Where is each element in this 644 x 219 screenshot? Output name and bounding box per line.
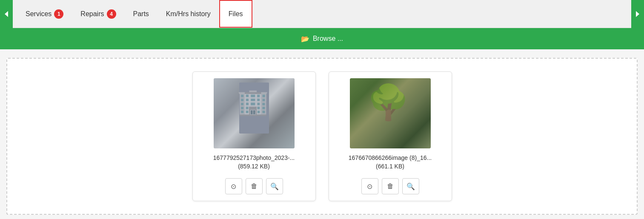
- download-button-2[interactable]: ⊙: [361, 178, 378, 194]
- tab-km-hrs[interactable]: Km/Hrs history: [157, 0, 219, 28]
- file-image-1: [214, 78, 295, 148]
- tab-parts-label: Parts: [133, 10, 149, 18]
- file-image-2: [350, 78, 431, 148]
- download-icon-2: ⊙: [367, 182, 372, 191]
- file-actions-1: ⊙ 🗑 🔍: [225, 178, 283, 194]
- tab-services[interactable]: Services 1: [17, 0, 72, 28]
- tab-files[interactable]: Files: [219, 0, 252, 28]
- file-card-2: 1676670866266image (8)_16... (661.1 KB) …: [329, 71, 452, 201]
- tab-parts[interactable]: Parts: [125, 0, 157, 28]
- tab-km-hrs-label: Km/Hrs history: [166, 10, 211, 18]
- tab-repairs-label: Repairs: [80, 10, 104, 18]
- file-name-2: 1676670866266image (8)_16...: [349, 154, 432, 161]
- file-actions-2: ⊙ 🗑 🔍: [361, 178, 419, 194]
- trash-icon-2: 🗑: [387, 182, 394, 190]
- tab-files-label: Files: [229, 10, 243, 18]
- nav-prev-arrow[interactable]: [0, 0, 13, 28]
- delete-button-1[interactable]: 🗑: [246, 178, 263, 194]
- nav-next-arrow[interactable]: [631, 0, 644, 28]
- nav-tabs-container: Services 1 Repairs 4 Parts Km/Hrs histor…: [13, 0, 631, 28]
- file-size-2: (661.1 KB): [376, 163, 404, 170]
- download-icon-1: ⊙: [231, 182, 236, 191]
- trash-icon-1: 🗑: [251, 182, 258, 190]
- file-thumbnail-2: [350, 78, 431, 148]
- svg-marker-1: [636, 11, 639, 17]
- svg-marker-0: [5, 11, 8, 17]
- file-name-1: 1677792527173photo_2023-...: [213, 154, 295, 161]
- browse-label: 📂 Browse ...: [301, 35, 343, 43]
- zoom-button-1[interactable]: 🔍: [266, 178, 283, 194]
- zoom-icon-1: 🔍: [270, 182, 279, 191]
- zoom-button-2[interactable]: 🔍: [402, 178, 419, 194]
- tab-services-badge: 1: [54, 9, 63, 19]
- files-drop-area: 1677792527173photo_2023-... (859.12 KB) …: [6, 58, 638, 215]
- download-button-1[interactable]: ⊙: [225, 178, 242, 194]
- top-navigation: Services 1 Repairs 4 Parts Km/Hrs histor…: [0, 0, 644, 28]
- folder-open-icon: 📂: [301, 35, 309, 43]
- tab-services-label: Services: [26, 10, 52, 18]
- file-thumbnail-1: [214, 78, 295, 148]
- file-card-1: 1677792527173photo_2023-... (859.12 KB) …: [192, 71, 316, 201]
- browse-bar[interactable]: 📂 Browse ...: [0, 28, 644, 49]
- zoom-icon-2: 🔍: [406, 182, 415, 191]
- tab-repairs-badge: 4: [107, 9, 116, 19]
- delete-button-2[interactable]: 🗑: [382, 178, 399, 194]
- tab-repairs[interactable]: Repairs 4: [72, 0, 124, 28]
- file-size-1: (859.12 KB): [238, 163, 270, 170]
